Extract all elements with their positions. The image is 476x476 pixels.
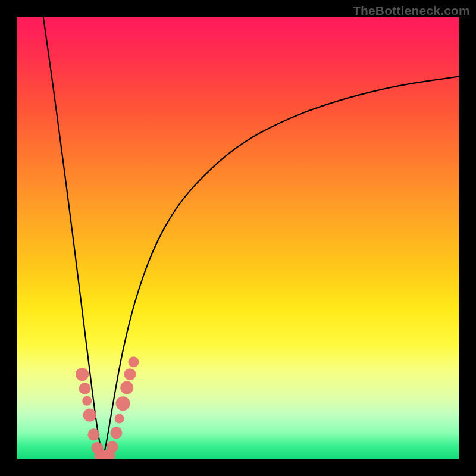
data-marker: [76, 368, 89, 381]
watermark-text: TheBottleneck.com: [353, 4, 470, 18]
chart-svg: [17, 17, 459, 459]
plot-area: [17, 17, 459, 459]
chart-frame: TheBottleneck.com: [0, 0, 476, 476]
marker-group: [76, 356, 139, 459]
data-marker: [128, 356, 139, 367]
data-marker: [124, 368, 136, 380]
data-marker: [115, 414, 124, 424]
data-marker: [79, 383, 91, 394]
data-marker: [107, 441, 118, 453]
data-marker: [82, 396, 92, 406]
data-marker: [110, 427, 122, 439]
curve-left-branch: [43, 17, 103, 459]
data-marker: [116, 396, 130, 411]
data-marker: [83, 409, 96, 422]
curve-right-branch: [103, 76, 459, 459]
data-marker: [120, 381, 133, 394]
data-marker: [87, 428, 99, 440]
